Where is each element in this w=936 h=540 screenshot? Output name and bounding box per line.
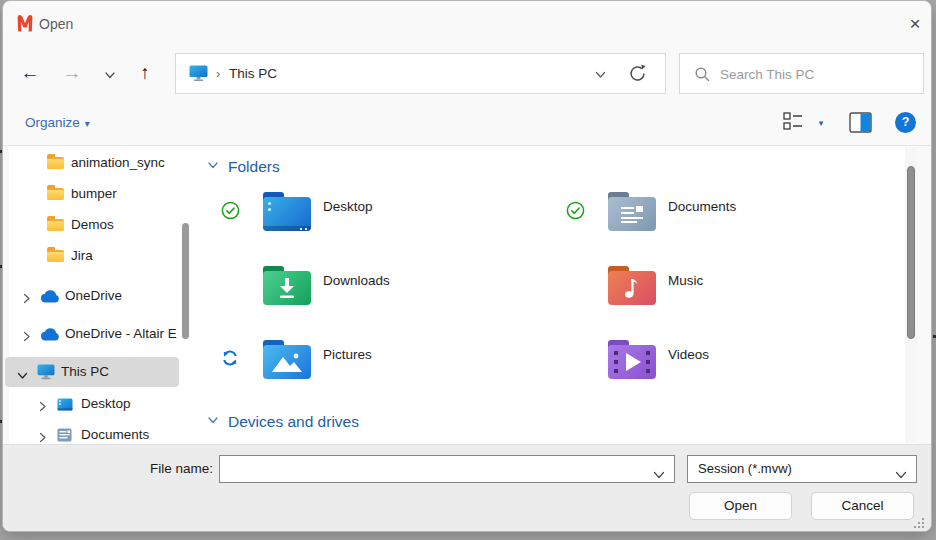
filetype-value: Session (*.mvw) — [698, 456, 792, 482]
sync-status-synced-icon — [566, 201, 585, 220]
view-options-icon[interactable] — [783, 111, 807, 135]
cancel-button[interactable]: Cancel — [811, 492, 914, 520]
search-input[interactable] — [718, 57, 917, 92]
sidebar-item-onedrive-altair[interactable]: OneDrive - Altair E — [13, 319, 181, 349]
up-button[interactable]: ↑ — [129, 56, 161, 90]
onedrive-cloud-icon — [40, 328, 60, 341]
back-button[interactable]: ← — [14, 56, 46, 90]
dialog-footer: File name: Session (*.mvw) Open Cancel — [3, 444, 931, 532]
chevron-down-icon[interactable] — [653, 466, 665, 484]
sidebar-item-onedrive[interactable]: OneDrive — [13, 281, 181, 311]
sidebar-item-label: OneDrive — [65, 281, 122, 311]
refresh-icon[interactable] — [627, 63, 655, 85]
this-pc-monitor-icon — [189, 65, 208, 82]
breadcrumb-separator: › — [216, 54, 220, 93]
window-title: Open — [39, 1, 73, 47]
chevron-down-icon — [207, 414, 219, 426]
view-options-caret-icon[interactable]: ▾ — [813, 109, 829, 137]
search-icon — [694, 66, 711, 83]
folder-icon — [47, 219, 64, 231]
this-pc-monitor-icon — [37, 364, 55, 380]
devices-header-label: Devices and drives — [228, 413, 359, 430]
chevron-right-icon[interactable] — [37, 398, 48, 416]
music-folder-icon — [608, 271, 656, 305]
sidebar-item-demos[interactable]: Demos — [13, 210, 181, 240]
sidebar-item-label: animation_sync — [71, 148, 165, 178]
chevron-down-icon — [207, 159, 219, 171]
filetype-select[interactable]: Session (*.mvw) — [687, 455, 917, 483]
devices-section-header[interactable]: Devices and drives — [207, 410, 359, 434]
onedrive-cloud-icon — [40, 290, 60, 303]
tile-documents[interactable]: Documents — [552, 187, 892, 249]
sidebar-item-label: Demos — [71, 210, 114, 240]
tile-videos[interactable]: Videos — [552, 335, 892, 397]
filename-input[interactable] — [226, 458, 648, 482]
documents-mini-icon — [57, 428, 72, 442]
recent-locations-chevron[interactable] — [98, 67, 122, 81]
chevron-down-icon[interactable] — [17, 367, 28, 385]
sync-status-synced-icon — [221, 201, 240, 220]
chevron-right-icon[interactable] — [21, 290, 32, 308]
sidebar-item-desktop[interactable]: Desktop — [13, 389, 181, 419]
chevron-right-icon[interactable] — [21, 328, 32, 346]
filename-combobox[interactable] — [219, 455, 675, 483]
tile-music[interactable]: Music — [552, 261, 892, 323]
sidebar-scrollbar-thumb[interactable] — [182, 223, 189, 339]
main-scrollbar-thumb[interactable] — [907, 166, 915, 339]
desktop-folder-icon — [263, 197, 311, 231]
help-button[interactable]: ? — [895, 112, 916, 133]
organize-menu-button[interactable]: Organize▾ — [25, 101, 90, 145]
tile-label: Desktop — [323, 199, 373, 214]
address-bar[interactable]: › This PC — [175, 53, 666, 94]
search-box[interactable] — [679, 53, 924, 94]
organize-caret-icon: ▾ — [85, 118, 90, 129]
open-button[interactable]: Open — [689, 492, 792, 520]
sidebar-item-animation-sync[interactable]: animation_sync — [13, 148, 181, 178]
sync-status-syncing-icon — [221, 349, 240, 368]
sidebar-item-label: Desktop — [81, 389, 131, 419]
sidebar-item-label: Jira — [71, 241, 93, 271]
app-logo-icon — [17, 14, 33, 32]
tile-desktop[interactable]: Desktop — [207, 187, 547, 249]
tile-pictures[interactable]: Pictures — [207, 335, 547, 397]
folders-header-label: Folders — [228, 158, 280, 175]
desktop-mini-icon — [57, 398, 73, 411]
open-dialog-window: Open × ← → ↑ › This PC Organize▾ — [2, 0, 932, 532]
sidebar-item-label: This PC — [61, 357, 109, 387]
videos-folder-icon — [608, 345, 656, 379]
tile-label: Downloads — [323, 273, 390, 288]
filename-label: File name: — [93, 455, 213, 483]
downloads-folder-icon — [263, 271, 311, 305]
organize-label: Organize — [25, 115, 80, 130]
sidebar-item-jira[interactable]: Jira — [13, 241, 181, 271]
sidebar-item-this-pc[interactable]: This PC — [5, 357, 179, 387]
tile-downloads[interactable]: Downloads — [207, 261, 547, 323]
tile-label: Pictures — [323, 347, 372, 362]
title-bar: Open × — [3, 1, 931, 47]
tile-label: Music — [668, 273, 703, 288]
documents-folder-icon — [608, 197, 656, 231]
folder-icon — [47, 157, 64, 169]
pictures-folder-icon — [263, 345, 311, 379]
resize-grip[interactable] — [914, 518, 924, 528]
tile-label: Videos — [668, 347, 709, 362]
folders-section-header[interactable]: Folders — [207, 155, 280, 179]
folder-icon — [47, 250, 64, 262]
preview-pane-icon[interactable] — [849, 112, 871, 134]
chevron-down-icon[interactable] — [895, 466, 907, 484]
sidebar-item-bumper[interactable]: bumper — [13, 179, 181, 209]
address-dropdown-chevron[interactable] — [594, 67, 607, 85]
tile-label: Documents — [668, 199, 736, 214]
sidebar-item-label: bumper — [71, 179, 117, 209]
folder-icon — [47, 188, 64, 200]
close-button[interactable]: × — [894, 8, 932, 40]
sidebar-item-label: OneDrive - Altair E — [65, 319, 187, 349]
breadcrumb-this-pc[interactable]: This PC — [229, 54, 277, 93]
forward-button[interactable]: → — [56, 56, 88, 90]
